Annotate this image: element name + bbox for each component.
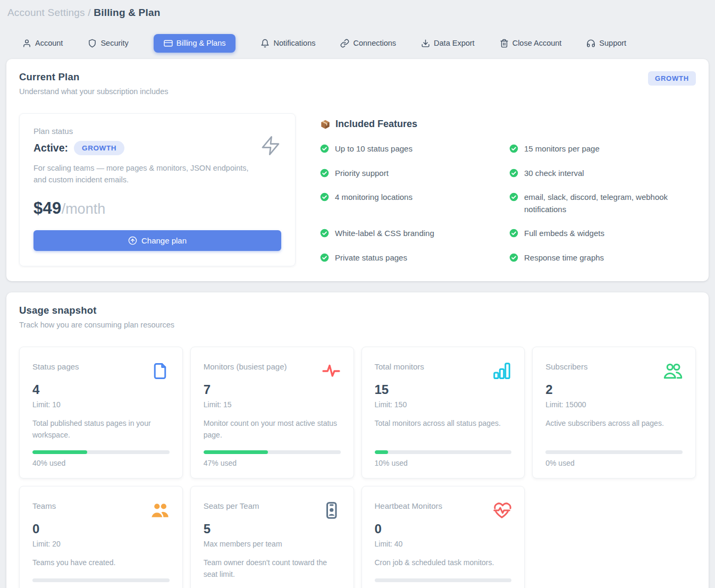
features-grid: Up to 10 status pages 15 monitors per pa… (320, 143, 692, 264)
feature-text: Priority support (335, 167, 389, 180)
tab-close-account[interactable]: Close Account (500, 34, 562, 53)
progress-track (545, 450, 683, 454)
feature-item: 30 check interval (509, 167, 692, 180)
tab-data-export[interactable]: Data Export (421, 34, 475, 53)
feature-item: Private status pages (320, 252, 503, 264)
usage-percent-label: 0% used (545, 459, 683, 467)
usage-card-value: 5 (204, 522, 341, 536)
usage-card-monitors-busiest: Monitors (busiest page) 7 Limit: 15 Moni… (190, 347, 354, 478)
current-plan-subtitle: Understand what your subscription includ… (19, 87, 168, 96)
usage-card-description: Cron job & scheduled task monitors. (375, 557, 512, 569)
usage-card-status-pages: Status pages 4 Limit: 10 Total published… (19, 347, 183, 478)
progress-fill (32, 450, 87, 454)
usage-percent-label: 47% used (204, 459, 341, 467)
feature-text: White-label & CSS branding (335, 228, 434, 240)
included-features-title: Included Features (335, 119, 417, 130)
page-title: Billing & Plan (94, 7, 160, 18)
usage-card-subscribers: Subscribers 2 Limit: 15000 Active subscr… (532, 347, 696, 478)
usage-card-label: Heartbeat Monitors (375, 500, 443, 510)
shield-icon (88, 39, 97, 48)
usage-card-description: Active subscribers across all pages. (545, 418, 683, 430)
plan-description: For scaling teams — more pages & monitor… (33, 162, 257, 186)
usage-percent-label: 10% used (375, 459, 512, 467)
usage-progress: 0% used (375, 569, 512, 588)
current-plan-title: Current Plan (19, 71, 168, 83)
plan-price: $49 /month (33, 199, 281, 218)
id-badge-icon (322, 500, 341, 520)
feature-item: Priority support (320, 167, 503, 180)
usage-progress: 0% used (32, 569, 170, 588)
included-features: Included Features Up to 10 status pages … (320, 113, 696, 264)
check-circle-icon (509, 169, 518, 178)
plan-status-label: Plan status (33, 127, 281, 136)
breadcrumb-section[interactable]: Account Settings (7, 7, 85, 18)
usage-title: Usage snapshot (19, 305, 174, 316)
current-plan-card: Current Plan Understand what your subscr… (6, 59, 709, 281)
check-circle-icon (320, 253, 329, 262)
usage-card-label: Subscribers (545, 361, 587, 371)
feature-item: Up to 10 status pages (320, 143, 503, 155)
pulse-icon (322, 361, 341, 381)
tab-billing[interactable]: Billing & Plans (154, 34, 236, 53)
breadcrumb-separator: / (88, 7, 90, 18)
feature-item: 15 monitors per page (509, 143, 692, 155)
check-circle-icon (320, 144, 329, 153)
usage-card-total-monitors: Total monitors 15 Limit: 150 Total monit… (361, 347, 525, 478)
usage-card-label: Teams (32, 500, 56, 510)
change-plan-label: Change plan (141, 236, 187, 245)
progress-fill (375, 450, 389, 454)
link-icon (340, 39, 349, 48)
usage-snapshot-card: Usage snapshot Track how you are consumi… (6, 292, 709, 588)
usage-grid: Status pages 4 Limit: 10 Total published… (19, 347, 696, 588)
plan-name-pill: GROWTH (74, 141, 124, 155)
usage-card-label: Status pages (32, 361, 79, 371)
arrow-up-circle-icon (128, 236, 137, 245)
feature-item: Full embeds & widgets (509, 228, 692, 240)
package-icon (320, 119, 331, 130)
usage-subtitle: Track how you are consuming plan resourc… (19, 321, 174, 329)
usage-card-description: Teams you have created. (32, 557, 170, 569)
usage-card-description: Total published status pages in your wor… (32, 418, 170, 441)
tab-support[interactable]: Support (586, 34, 626, 53)
settings-tabs: Account Security Billing & Plans Notific… (7, 33, 708, 53)
usage-card-description: Team owner doesn't count toward the seat… (204, 557, 341, 580)
usage-card-limit: Max members per team (204, 540, 341, 548)
check-circle-icon (320, 192, 329, 201)
trash-icon (500, 39, 509, 48)
price-amount: $49 (33, 199, 62, 218)
usage-card-value: 4 (32, 382, 170, 397)
progress-track (32, 578, 170, 582)
check-circle-icon (509, 253, 518, 262)
usage-card-value: 0 (375, 522, 512, 536)
plan-active-text: Active: (33, 142, 68, 154)
usage-card-value: 0 (32, 522, 170, 536)
usage-card-description: Monitor count on your most active status… (204, 418, 341, 441)
plan-badge: GROWTH (648, 71, 696, 86)
usage-card-limit: Limit: 15 (204, 400, 341, 409)
check-circle-icon (509, 229, 518, 238)
tab-security[interactable]: Security (88, 34, 128, 53)
usage-card-value: 2 (545, 382, 683, 397)
usage-card-limit: Limit: 15000 (545, 400, 683, 409)
check-circle-icon (320, 169, 329, 178)
plan-status-panel: Plan status Active: GROWTH For scaling t… (19, 113, 296, 266)
usage-card-value: 7 (204, 382, 341, 397)
feature-text: Up to 10 status pages (335, 143, 413, 155)
credit-card-icon (164, 39, 173, 48)
tab-connections[interactable]: Connections (340, 34, 396, 53)
feature-text: 15 monitors per page (524, 143, 600, 155)
change-plan-button[interactable]: Change plan (33, 230, 281, 251)
heart-pulse-icon (492, 500, 511, 520)
usage-card-seats-per-team: Seats per Team 5 Max members per team Te… (190, 486, 354, 588)
usage-card-limit: Limit: 150 (375, 400, 512, 409)
users-filled-icon (150, 500, 170, 520)
feature-item: Response time graphs (509, 252, 692, 264)
tab-notifications[interactable]: Notifications (260, 34, 315, 53)
bars-icon (492, 361, 511, 381)
feature-item: White-label & CSS branding (320, 228, 503, 240)
price-period: /month (62, 201, 106, 217)
usage-card-heartbeat-monitors: Heartbeat Monitors 0 Limit: 40 Cron job … (361, 486, 525, 588)
tab-account[interactable]: Account (22, 34, 63, 53)
headset-icon (586, 39, 595, 48)
check-circle-icon (320, 229, 329, 238)
